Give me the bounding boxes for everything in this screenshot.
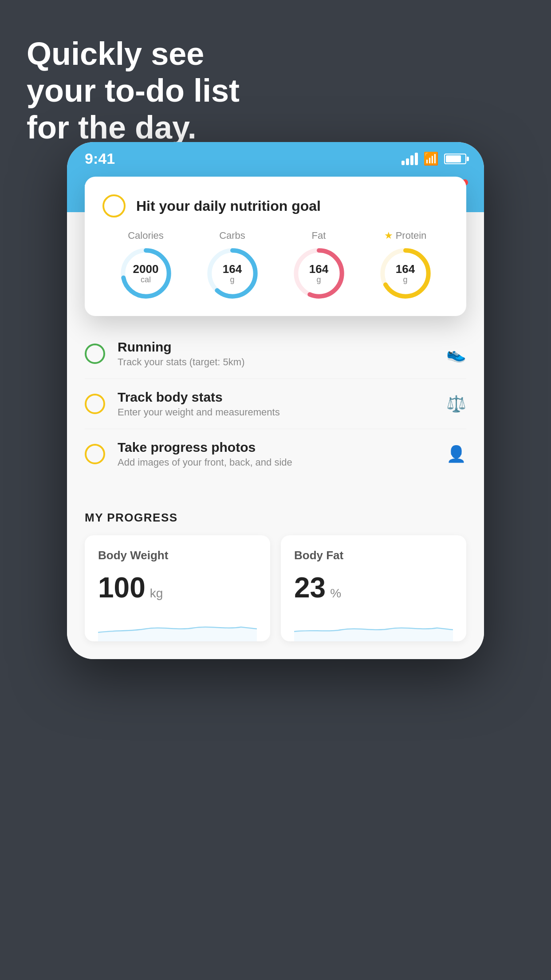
body-stats-subtitle: Enter your weight and measurements	[118, 407, 446, 418]
status-icons: 📶	[401, 151, 466, 166]
my-progress-section: MY PROGRESS Body Weight 100 kg	[67, 493, 484, 641]
phone-bottom	[67, 641, 484, 659]
progress-photos-text: Take progress photos Add images of your …	[118, 440, 446, 468]
progress-photos-title: Take progress photos	[118, 440, 446, 455]
body-fat-value: 23 %	[294, 571, 453, 604]
body-fat-number: 23	[294, 571, 326, 604]
running-title: Running	[118, 340, 446, 355]
fat-label: Fat	[312, 230, 326, 241]
fat-value: 164 g	[309, 263, 328, 284]
nutrition-carbs: Carbs 164 g	[206, 230, 259, 300]
body-stats-title: Track body stats	[118, 390, 446, 405]
nutrition-row: Calories 2000 cal	[102, 230, 449, 300]
running-checkbox[interactable]	[85, 344, 105, 364]
calories-ring: 2000 cal	[119, 247, 173, 300]
nutrition-calories: Calories 2000 cal	[119, 230, 173, 300]
fat-ring: 164 g	[292, 247, 346, 300]
body-weight-card-title: Body Weight	[98, 549, 257, 562]
protein-value: 164 g	[396, 263, 415, 284]
nutrition-card-title: Hit your daily nutrition goal	[136, 198, 321, 214]
progress-photos-subtitle: Add images of your front, back, and side	[118, 457, 446, 468]
protein-ring: 164 g	[379, 247, 432, 300]
hero-text: Quickly see your to-do list for the day.	[27, 36, 240, 146]
status-time: 9:41	[85, 150, 115, 167]
main-content: THINGS TO DO TODAY Hit your daily nutrit…	[67, 212, 484, 493]
nutrition-protein: ★ Protein 164 g	[379, 230, 432, 300]
nutrition-card: Hit your daily nutrition goal Calories	[85, 177, 466, 316]
body-weight-value: 100 kg	[98, 571, 257, 604]
body-stats-text: Track body stats Enter your weight and m…	[118, 390, 446, 418]
todo-list: Running Track your stats (target: 5km) 👟…	[85, 329, 466, 479]
body-fat-chart	[294, 615, 453, 641]
calories-value: 2000 cal	[133, 263, 159, 284]
progress-photos-checkbox[interactable]	[85, 444, 105, 464]
running-shoe-icon: 👟	[446, 344, 466, 363]
body-weight-number: 100	[98, 571, 146, 604]
protein-label: ★ Protein	[384, 230, 427, 241]
progress-cards: Body Weight 100 kg Body Fat	[85, 535, 466, 641]
running-subtitle: Track your stats (target: 5km)	[118, 356, 446, 368]
body-fat-card-title: Body Fat	[294, 549, 453, 562]
body-weight-chart	[98, 615, 257, 641]
body-fat-unit: %	[330, 586, 341, 601]
carbs-label: Carbs	[219, 230, 245, 241]
calories-label: Calories	[128, 230, 164, 241]
nutrition-fat: Fat 164 g	[292, 230, 346, 300]
protein-star-icon: ★	[384, 230, 393, 241]
carbs-ring: 164 g	[206, 247, 259, 300]
body-fat-card: Body Fat 23 %	[281, 535, 466, 641]
body-weight-card: Body Weight 100 kg	[85, 535, 270, 641]
carbs-value: 164 g	[223, 263, 242, 284]
nutrition-checkbox[interactable]	[102, 194, 126, 217]
status-bar: 9:41 📶	[67, 142, 484, 172]
scale-icon: ⚖️	[446, 395, 466, 413]
battery-icon	[444, 154, 466, 164]
running-text: Running Track your stats (target: 5km)	[118, 340, 446, 368]
signal-icon	[401, 153, 418, 165]
wifi-icon: 📶	[423, 151, 439, 166]
body-weight-unit: kg	[150, 586, 163, 601]
nutrition-card-header: Hit your daily nutrition goal	[102, 194, 449, 217]
todo-item-progress-photos[interactable]: Take progress photos Add images of your …	[85, 429, 466, 479]
phone-frame: 9:41 📶 Dashboard 🔔 T	[67, 142, 484, 659]
body-stats-checkbox[interactable]	[85, 394, 105, 414]
todo-item-running[interactable]: Running Track your stats (target: 5km) 👟	[85, 329, 466, 379]
my-progress-title: MY PROGRESS	[85, 511, 466, 525]
person-icon: 👤	[446, 445, 466, 463]
phone-wrapper: 9:41 📶 Dashboard 🔔 T	[67, 142, 484, 659]
todo-item-body-stats[interactable]: Track body stats Enter your weight and m…	[85, 379, 466, 429]
